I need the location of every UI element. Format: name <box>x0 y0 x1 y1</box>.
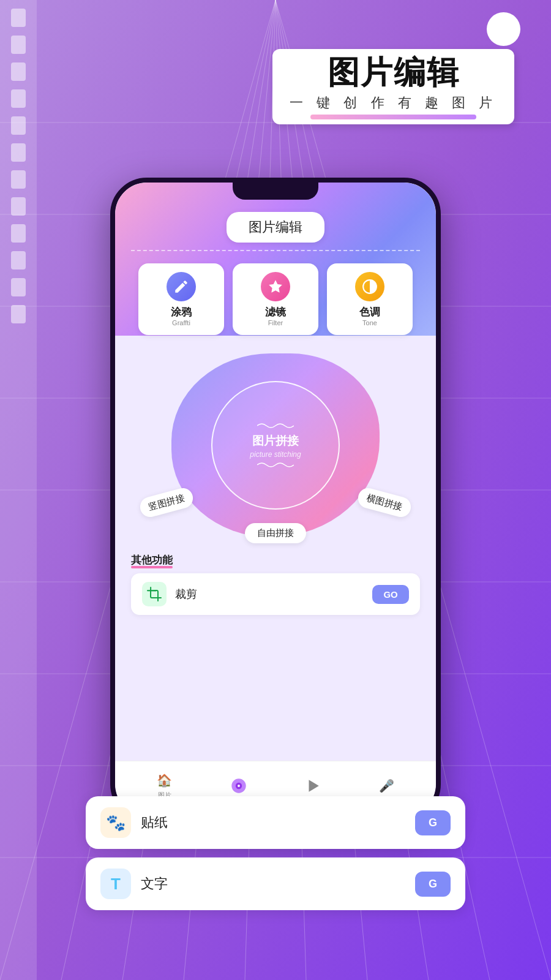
text-feature-name: 文字 <box>141 875 415 893</box>
bottom-cards-area: 🐾 贴纸 G T 文字 G <box>86 796 465 919</box>
film-hole <box>11 116 26 135</box>
graffiti-icon <box>167 272 196 301</box>
crop-name: 裁剪 <box>175 587 372 601</box>
play-icon <box>304 777 321 794</box>
graffiti-name-en: Graffti <box>172 319 190 326</box>
sticker-card[interactable]: 🐾 贴纸 G <box>86 796 465 849</box>
svg-marker-24 <box>309 780 318 792</box>
nav-music[interactable] <box>230 777 247 794</box>
stitch-label-horizontal[interactable]: 横图拼接 <box>356 486 413 519</box>
stitching-title-cn: 图片拼接 <box>252 433 299 449</box>
other-features-title: 其他功能 <box>131 553 173 567</box>
tone-name-cn: 色调 <box>359 305 380 319</box>
nav-mic[interactable]: 🎤 <box>378 777 395 794</box>
sticker-name: 贴纸 <box>141 813 415 832</box>
stitch-label-free[interactable]: 自由拼接 <box>245 523 306 543</box>
home-icon: 🏠 <box>156 772 173 789</box>
title-highlight <box>310 115 476 119</box>
sticker-go-button[interactable]: G <box>415 810 451 835</box>
mic-icon: 🎤 <box>378 777 395 794</box>
phone-content: 图片编辑 涂鸦 Graffti 滤镜 Filte <box>115 183 436 816</box>
tone-icon <box>355 272 384 301</box>
phone-header-title: 图片编辑 <box>227 212 324 243</box>
other-features-section: 其他功能 裁剪 GO <box>131 553 420 621</box>
tone-name-en: Tone <box>362 319 377 326</box>
wave-decoration-bottom <box>257 461 294 469</box>
feature-card-tone[interactable]: 色调 Tone <box>327 263 413 335</box>
title-box: 图片编辑 一 键 创 作 有 趣 图 片 <box>272 49 514 124</box>
filter-name-en: Filter <box>268 319 283 326</box>
feature-card-graffiti[interactable]: 涂鸦 Graffti <box>138 263 224 335</box>
sticker-icon: 🐾 <box>100 807 131 838</box>
film-hole <box>11 89 26 108</box>
film-hole <box>11 251 26 270</box>
film-hole <box>11 170 26 189</box>
text-card[interactable]: T 文字 G <box>86 858 465 910</box>
crop-icon <box>142 582 167 606</box>
film-hole <box>11 197 26 216</box>
text-go-button[interactable]: G <box>415 872 451 897</box>
film-hole <box>11 36 26 54</box>
top-circle-decoration <box>487 12 520 46</box>
svg-point-23 <box>238 785 240 787</box>
phone-notch <box>233 183 318 200</box>
phone-mockup: 图片编辑 涂鸦 Graffti 滤镜 Filte <box>110 178 441 821</box>
filter-icon <box>261 272 290 301</box>
stitching-circle-area[interactable]: 图片拼接 picture stitching 竖图拼接 横图拼接 自由拼接 <box>129 341 422 549</box>
stitch-label-vertical[interactable]: 竖图拼接 <box>138 486 195 519</box>
filter-name-cn: 滤镜 <box>265 305 286 319</box>
film-strip-left <box>0 0 37 980</box>
film-hole <box>11 143 26 162</box>
nav-play[interactable] <box>304 777 321 794</box>
nav-home[interactable]: 🏠 图片 <box>156 772 173 800</box>
film-hole <box>11 305 26 323</box>
crop-go-button[interactable]: GO <box>372 585 408 604</box>
app-title: 图片编辑 <box>290 55 497 90</box>
app-subtitle: 一 键 创 作 有 趣 图 片 <box>290 94 497 112</box>
crop-row[interactable]: 裁剪 GO <box>131 573 420 615</box>
inner-circle[interactable]: 图片拼接 picture stitching <box>211 381 340 510</box>
feature-cards-row[interactable]: 涂鸦 Graffti 滤镜 Filter <box>126 263 425 335</box>
wave-decoration <box>257 422 294 429</box>
feature-card-filter[interactable]: 滤镜 Filter <box>233 263 318 335</box>
title-area: 图片编辑 一 键 创 作 有 趣 图 片 <box>272 49 514 124</box>
graffiti-name-cn: 涂鸦 <box>171 305 192 319</box>
film-hole <box>11 62 26 81</box>
film-hole <box>11 9 26 27</box>
text-feature-icon: T <box>100 869 131 899</box>
film-hole <box>11 278 26 296</box>
stitching-title-en: picture stitching <box>250 450 301 459</box>
film-hole <box>11 224 26 243</box>
music-icon <box>230 777 247 794</box>
dashed-separator <box>131 250 420 251</box>
